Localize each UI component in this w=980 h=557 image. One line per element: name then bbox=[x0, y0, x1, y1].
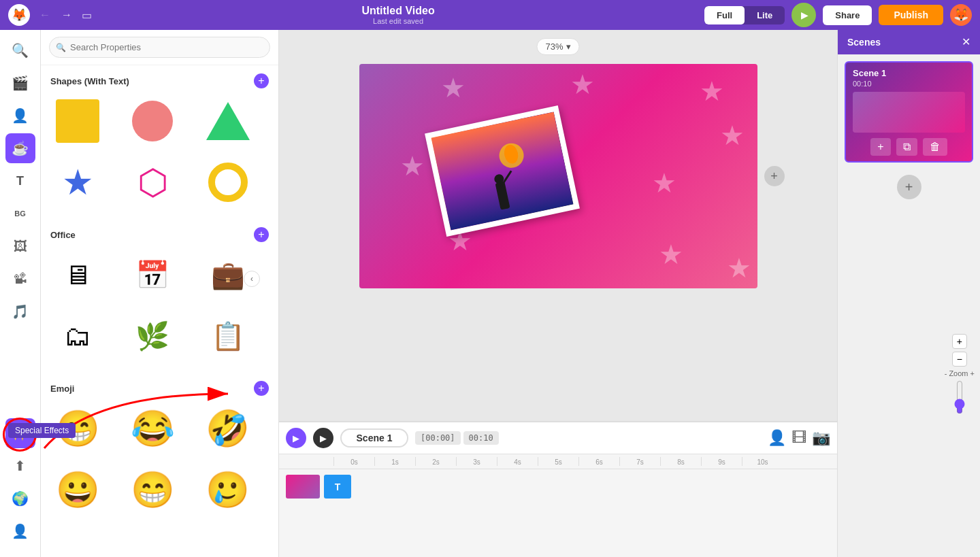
collapse-panel-arrow[interactable]: ‹ bbox=[244, 271, 260, 287]
emoji-sweatdrop[interactable]: 🥲 bbox=[201, 462, 255, 517]
sidebar-item-music[interactable]: 🎵 bbox=[5, 297, 35, 326]
scenes-close-button[interactable]: ✕ bbox=[962, 37, 970, 48]
sidebar-item-upload[interactable]: ⬆ bbox=[5, 451, 35, 481]
shape-pink-hexagon[interactable]: ⬡ bbox=[125, 155, 180, 209]
sidebar-item-profile-globe[interactable]: 🌍 bbox=[5, 484, 35, 513]
publish-button[interactable]: Publish bbox=[879, 5, 943, 25]
search-bar bbox=[41, 30, 278, 65]
topbar: 🦊 ← → ▭ Untitled Video Last edit saved F… bbox=[0, 0, 980, 30]
office-whiteboard[interactable]: 📋 bbox=[201, 309, 255, 363]
sidebar-item-image[interactable]: 🖼 bbox=[5, 231, 35, 261]
timeline-avatar-icon[interactable]: 👤 bbox=[768, 429, 786, 447]
sidebar-item-avatar[interactable]: 👤 bbox=[5, 101, 35, 131]
scene-delete-button[interactable]: 🗑 bbox=[923, 138, 947, 156]
office-add-button[interactable]: + bbox=[254, 227, 269, 242]
timeline-header: ▶ ▶ Scene 1 [00:00] 00:10 👤 🎞 📷 bbox=[279, 422, 837, 454]
add-scene-button[interactable]: + bbox=[897, 175, 921, 199]
emoji-section-header: Emoji + bbox=[41, 373, 278, 401]
star-deco-5: ★ bbox=[652, 169, 676, 197]
view-toggle: Full Lite bbox=[704, 6, 785, 24]
scene-duplicate-button[interactable]: ⧉ bbox=[896, 138, 917, 156]
undo-button[interactable]: ← bbox=[35, 6, 54, 24]
zoom-in-button[interactable]: + bbox=[952, 334, 967, 349]
star-deco-6: ★ bbox=[720, 122, 745, 149]
timeline-scene-label[interactable]: Scene 1 bbox=[340, 428, 408, 448]
office-plant[interactable]: 🌿 bbox=[125, 309, 180, 363]
zoom-out-button[interactable]: − bbox=[952, 352, 967, 367]
scene-card-1[interactable]: Scene 1 00:10 + ⧉ 🗑 bbox=[845, 61, 973, 163]
sidebar-item-search[interactable]: 🔍 bbox=[5, 35, 35, 65]
timeline-camera-icon[interactable]: 📷 bbox=[812, 429, 830, 447]
shapes-add-button[interactable]: + bbox=[254, 73, 269, 88]
ruler-2s: 2s bbox=[415, 457, 456, 466]
office-section-header: Office + bbox=[41, 219, 278, 248]
canvas-add-scene-btn[interactable]: + bbox=[764, 166, 785, 186]
shape-gold-ring[interactable] bbox=[201, 155, 255, 209]
emoji-rofl[interactable]: 🤣 bbox=[201, 401, 255, 456]
timeline-text-item[interactable]: T bbox=[324, 475, 351, 499]
office-calendar[interactable]: 📅 bbox=[125, 248, 180, 302]
shape-yellow-square[interactable] bbox=[50, 94, 105, 148]
timeline-scene-icon[interactable]: 🎞 bbox=[791, 429, 806, 447]
star-deco-3: ★ bbox=[700, 78, 724, 105]
topbar-center: Untitled Video Last edit saved bbox=[361, 5, 434, 25]
canvas-photo[interactable] bbox=[425, 105, 580, 237]
duplicate-button[interactable]: ▭ bbox=[82, 9, 92, 22]
svg-rect-0 bbox=[431, 112, 573, 230]
redo-button[interactable]: → bbox=[57, 6, 76, 24]
shapes-title: Shapes (With Text) bbox=[50, 76, 129, 86]
user-avatar[interactable]: 🦊 bbox=[950, 4, 972, 26]
icon-sidebar: 🔍 🎬 👤 ☕ T BG 🖼 📽 🎵 ✨ ⬆ 🌍 👤 bbox=[0, 30, 41, 557]
shape-pink-circle[interactable] bbox=[125, 94, 180, 148]
scenes-title: Scenes bbox=[847, 37, 881, 48]
zoom-value: 73% bbox=[545, 41, 563, 52]
undo-redo-group: ← → bbox=[35, 6, 76, 24]
preview-play-button[interactable] bbox=[791, 3, 816, 27]
timeline-timecodes: [00:00] 00:10 bbox=[415, 431, 499, 445]
timeline-end-time: 00:10 bbox=[463, 431, 499, 445]
timeline-play-scene-button[interactable]: ▶ bbox=[313, 428, 333, 448]
timeline-scene-thumb[interactable] bbox=[286, 475, 320, 499]
special-effects-tooltip: Special Effects bbox=[8, 423, 76, 438]
ruler-0s: 0s bbox=[333, 457, 374, 466]
canvas-main[interactable]: ★ ★ ★ ★ ★ ★ ★ ★ ★ bbox=[359, 64, 757, 288]
zoom-label: - Zoom + bbox=[945, 369, 975, 377]
ruler-marks: 0s 1s 2s 3s 4s 5s 6s 7s 8s 9s 10s bbox=[333, 457, 783, 466]
video-title[interactable]: Untitled Video bbox=[361, 5, 434, 17]
ruler-4s: 4s bbox=[497, 457, 538, 466]
sidebar-item-background[interactable]: BG bbox=[5, 199, 35, 229]
timeline-play-all-button[interactable]: ▶ bbox=[286, 428, 306, 448]
zoom-panel: + − - Zoom + bbox=[945, 334, 975, 414]
shape-blue-star[interactable]: ★ bbox=[50, 155, 105, 209]
emoji-joy[interactable]: 😂 bbox=[125, 401, 180, 456]
scene-card-title: Scene 1 bbox=[853, 68, 965, 78]
zoom-chevron-icon: ▾ bbox=[566, 41, 571, 52]
full-toggle[interactable]: Full bbox=[704, 6, 745, 24]
timeline-bottom-bar: T bbox=[279, 472, 837, 501]
zoom-control[interactable]: 73% ▾ bbox=[536, 38, 579, 55]
office-monitor[interactable]: 🖥 bbox=[50, 248, 105, 302]
emoji-grinsweat[interactable]: 😁 bbox=[125, 462, 180, 517]
emoji-add-button[interactable]: + bbox=[254, 381, 269, 396]
emoji-grid: 😁 😂 🤣 😀 😁 🥲 bbox=[41, 401, 278, 526]
sidebar-item-shapes[interactable]: ☕ bbox=[5, 133, 35, 163]
sidebar-item-text[interactable]: T bbox=[5, 166, 35, 196]
emoji-smile[interactable]: 😀 bbox=[50, 462, 105, 517]
scenes-header: Scenes ✕ bbox=[838, 30, 980, 54]
ruler-10s: 10s bbox=[742, 457, 783, 466]
search-input[interactable] bbox=[49, 37, 270, 58]
ruler-8s: 8s bbox=[660, 457, 701, 466]
lite-toggle[interactable]: Lite bbox=[745, 6, 785, 24]
share-button[interactable]: Share bbox=[823, 5, 872, 25]
topbar-right: Full Lite Share Publish 🦊 bbox=[704, 3, 972, 27]
shape-green-triangle[interactable] bbox=[201, 94, 255, 148]
save-status: Last edit saved bbox=[373, 17, 423, 25]
zoom-slider[interactable] bbox=[954, 380, 965, 414]
timeline-start-time: [00:00] bbox=[415, 431, 461, 445]
sidebar-item-media[interactable]: 🎬 bbox=[5, 68, 35, 98]
app-logo[interactable]: 🦊 bbox=[8, 4, 30, 26]
sidebar-item-profile-user[interactable]: 👤 bbox=[5, 516, 35, 546]
scene-add-button[interactable]: + bbox=[870, 138, 890, 156]
sidebar-item-video[interactable]: 📽 bbox=[5, 264, 35, 294]
office-cabinet[interactable]: 🗂 bbox=[50, 309, 105, 363]
